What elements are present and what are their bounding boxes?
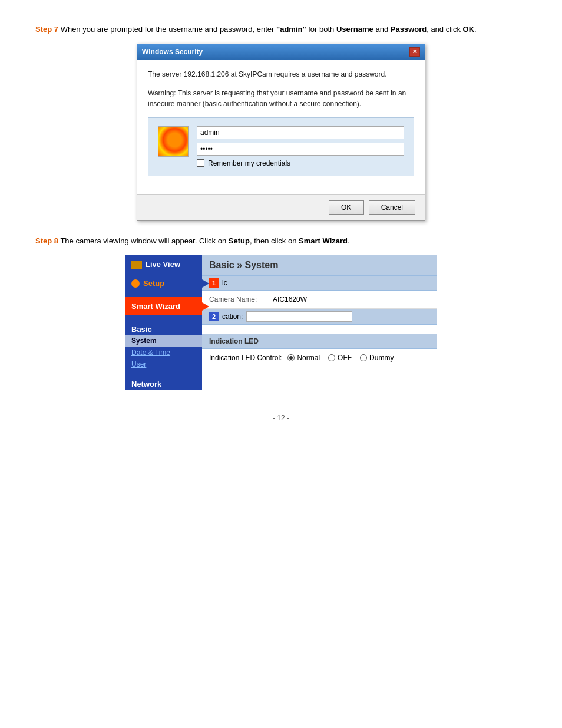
remember-label: Remember my credentials bbox=[208, 159, 290, 167]
sidebar-live-view[interactable]: Live View bbox=[125, 255, 202, 274]
sidebar-smart-wizard[interactable]: Smart Wizard bbox=[125, 297, 202, 315]
led-control-row: Indication LED Control: Normal OFF Dummy bbox=[202, 349, 437, 367]
step1-row: 1 ic bbox=[202, 276, 437, 291]
led-dummy-label: Dummy bbox=[369, 354, 394, 362]
main-header-basic: Basic bbox=[209, 260, 234, 270]
main-header-system: System bbox=[245, 260, 279, 270]
dialog-close-button[interactable]: ✕ bbox=[409, 47, 420, 57]
step8-paragraph: Step 8 The camera viewing window will ap… bbox=[35, 235, 527, 247]
dialog-titlebar: Windows Security ✕ bbox=[137, 44, 425, 60]
camera-ui-wrapper: Live View Setup Smart Wizard Basic Syste… bbox=[35, 255, 527, 390]
step1-badge: 1 bbox=[209, 278, 219, 288]
dialog-wrapper: Windows Security ✕ The server 192.168.1.… bbox=[35, 44, 527, 221]
sidebar-basic-label: Basic bbox=[125, 320, 202, 335]
step2-badge: 2 bbox=[209, 312, 219, 321]
username-input[interactable] bbox=[197, 126, 404, 139]
credentials-area: Remember my credentials bbox=[148, 117, 414, 176]
remember-checkbox[interactable] bbox=[197, 159, 204, 167]
led-off-radio[interactable] bbox=[328, 354, 335, 361]
password-input[interactable] bbox=[197, 143, 404, 156]
camera-name-label: Camera Name: bbox=[209, 295, 268, 304]
location-input[interactable] bbox=[246, 311, 352, 322]
sidebar-live-view-label: Live View bbox=[146, 260, 180, 269]
sidebar-datetime-link[interactable]: Date & Time bbox=[125, 347, 202, 358]
led-dummy-option[interactable]: Dummy bbox=[360, 354, 394, 362]
user-avatar bbox=[158, 126, 189, 157]
page-number: - 12 - bbox=[35, 414, 527, 422]
sidebar-system-link[interactable]: System bbox=[125, 335, 202, 347]
led-off-label: OFF bbox=[338, 354, 352, 362]
led-normal-radio[interactable] bbox=[287, 354, 295, 361]
step7-text: When you are prompted for the username a… bbox=[58, 25, 477, 34]
setup-arrow bbox=[202, 279, 209, 288]
ok-button[interactable]: OK bbox=[329, 200, 364, 215]
main-header-arrow: » bbox=[237, 260, 244, 270]
dialog-footer: OK Cancel bbox=[137, 194, 425, 220]
step8-label: Step 8 bbox=[35, 236, 58, 245]
led-normal-option[interactable]: Normal bbox=[287, 354, 320, 362]
camera-name-row: Camera Name: AIC1620W bbox=[202, 291, 437, 309]
smart-wizard-label: Smart Wizard bbox=[131, 302, 180, 311]
led-control-label: Indication LED Control: bbox=[209, 354, 282, 362]
main-content: Basic » System 1 ic Camera Name: AIC1620… bbox=[202, 255, 437, 390]
sidebar-setup-label: Setup bbox=[143, 279, 164, 288]
windows-security-dialog: Windows Security ✕ The server 192.168.1.… bbox=[137, 44, 425, 221]
indication-led-header: Indication LED bbox=[202, 334, 437, 349]
sidebar: Live View Setup Smart Wizard Basic Syste… bbox=[125, 255, 202, 390]
dialog-title: Windows Security bbox=[142, 48, 203, 56]
dialog-message1: The server 192.168.1.206 at SkyIPCam req… bbox=[148, 69, 414, 80]
camera-name-value: AIC1620W bbox=[273, 295, 307, 304]
live-view-icon bbox=[131, 261, 142, 269]
led-off-option[interactable]: OFF bbox=[328, 354, 352, 362]
sidebar-setup[interactable]: Setup bbox=[125, 274, 202, 292]
avatar-image bbox=[158, 127, 188, 156]
led-normal-label: Normal bbox=[297, 354, 320, 362]
step8-text: The camera viewing window will appear. C… bbox=[58, 236, 350, 245]
main-header: Basic » System bbox=[202, 255, 437, 276]
step7-label: Step 7 bbox=[35, 25, 58, 34]
step2-text: cation: bbox=[222, 312, 243, 321]
sidebar-network-label: Network bbox=[125, 375, 202, 390]
step2-row: 2 cation: bbox=[202, 309, 437, 325]
dialog-body: The server 192.168.1.206 at SkyIPCam req… bbox=[137, 60, 425, 194]
cancel-button[interactable]: Cancel bbox=[369, 200, 415, 215]
credential-fields: Remember my credentials bbox=[197, 126, 404, 167]
led-radio-group: Normal OFF Dummy bbox=[287, 354, 394, 362]
smart-wizard-arrow bbox=[202, 302, 209, 311]
step1-text: ic bbox=[222, 279, 227, 287]
dialog-message2: Warning: This server is requesting that … bbox=[148, 88, 414, 109]
camera-ui: Live View Setup Smart Wizard Basic Syste… bbox=[125, 255, 437, 390]
setup-icon bbox=[131, 279, 140, 288]
step7-paragraph: Step 7 When you are prompted for the use… bbox=[35, 24, 527, 35]
led-dummy-radio[interactable] bbox=[360, 354, 367, 361]
sidebar-user-link[interactable]: User bbox=[125, 358, 202, 370]
remember-credentials-row: Remember my credentials bbox=[197, 159, 404, 167]
